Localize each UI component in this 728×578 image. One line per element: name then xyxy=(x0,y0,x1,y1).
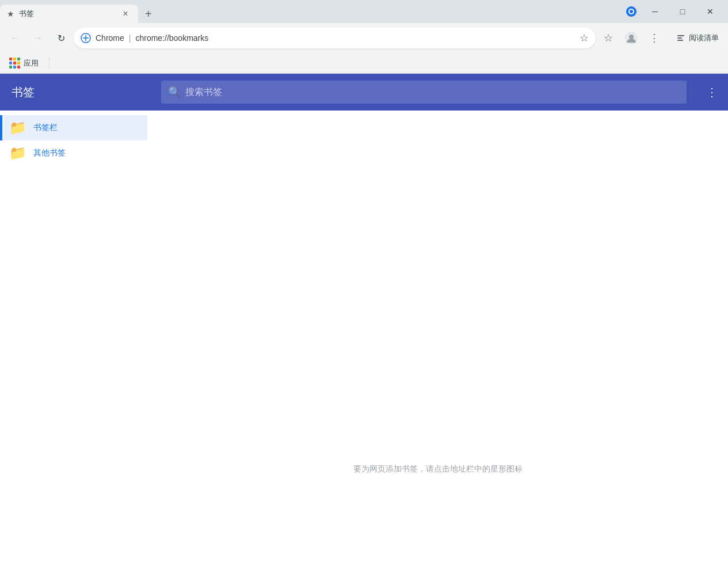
tab-star-icon: ★ xyxy=(7,9,14,18)
reader-mode-button[interactable]: 阅读清单 xyxy=(672,31,723,45)
back-button[interactable]: ← xyxy=(5,28,25,48)
bookmarks-bar: 应用 xyxy=(0,53,728,74)
apps-button[interactable]: 应用 xyxy=(5,55,43,71)
svg-point-5 xyxy=(629,35,634,39)
bookmark-manager: 书签 📁 书签栏 📁 其他书签 xyxy=(0,74,728,578)
close-button[interactable]: ✕ xyxy=(697,2,723,21)
svg-rect-7 xyxy=(677,37,682,39)
forward-button[interactable]: → xyxy=(28,28,48,48)
bm-top-search-bar: 🔍 搜索书签 ⋮ xyxy=(147,74,728,111)
svg-rect-8 xyxy=(677,40,683,41)
bm-left-panel: 书签 📁 书签栏 📁 其他书签 xyxy=(0,74,147,578)
folder-icon-bookmarks-bar: 📁 xyxy=(9,120,26,136)
navigation-toolbar: ← → ↻ Chrome | chrome://bookmarks ☆ ☆ ⋮ … xyxy=(0,23,728,53)
bm-main-content: 要为网页添加书签，请点击地址栏中的星形图标 xyxy=(147,111,728,578)
search-box[interactable]: 🔍 搜索书签 xyxy=(161,81,687,104)
folder-name-bookmarks-bar: 书签栏 xyxy=(33,123,58,133)
toolbar-actions: ☆ ⋮ xyxy=(598,28,665,48)
svg-point-2 xyxy=(630,10,633,13)
folder-item-bookmarks-bar[interactable]: 📁 书签栏 xyxy=(0,115,147,140)
apps-label: 应用 xyxy=(24,58,39,69)
active-tab[interactable]: ★ 书签 × xyxy=(0,5,138,23)
profile-button[interactable] xyxy=(621,28,642,48)
address-url: chrome://bookmarks xyxy=(135,33,575,43)
chrome-menu-button[interactable]: ⋮ xyxy=(644,28,665,48)
chrome-extension-icon[interactable] xyxy=(621,2,642,21)
bookmarks-bar-separator xyxy=(49,58,49,69)
bookmark-star-icon[interactable]: ☆ xyxy=(580,32,589,44)
minimize-button[interactable]: ─ xyxy=(642,2,668,21)
folder-item-other-bookmarks[interactable]: 📁 其他书签 xyxy=(0,140,147,166)
bm-page-title: 书签 xyxy=(12,85,35,100)
bm-header: 书签 xyxy=(0,74,147,111)
address-bar[interactable]: Chrome | chrome://bookmarks ☆ xyxy=(74,28,596,48)
folder-icon-other-bookmarks: 📁 xyxy=(9,145,26,161)
reload-button[interactable]: ↻ xyxy=(51,28,71,48)
site-info-icon[interactable] xyxy=(81,33,91,43)
address-separator: | xyxy=(129,33,131,43)
folder-list: 📁 书签栏 📁 其他书签 xyxy=(0,111,147,170)
bm-more-options-button[interactable]: ⋮ xyxy=(700,81,723,104)
bm-right-panel: 🔍 搜索书签 ⋮ 要为网页添加书签，请点击地址栏中的星形图标 xyxy=(147,74,728,578)
maximize-button[interactable]: □ xyxy=(669,2,696,21)
search-icon: 🔍 xyxy=(168,86,181,98)
folder-name-other-bookmarks: 其他书签 xyxy=(33,148,66,158)
apps-grid-icon xyxy=(9,58,20,69)
bookmark-icon[interactable]: ☆ xyxy=(598,28,619,48)
tab-close-button[interactable]: × xyxy=(120,8,131,20)
chrome-label: Chrome xyxy=(96,33,124,43)
titlebar: ★ 书签 × + ─ □ ✕ xyxy=(0,0,728,23)
titlebar-spacer xyxy=(159,5,621,23)
new-tab-button[interactable]: + xyxy=(138,5,159,23)
tab-title: 书签 xyxy=(19,9,115,19)
search-container: 🔍 搜索书签 xyxy=(147,81,700,104)
search-placeholder[interactable]: 搜索书签 xyxy=(185,86,680,98)
window-controls: ─ □ ✕ xyxy=(642,5,728,23)
folder-list-panel: 📁 书签栏 📁 其他书签 xyxy=(0,111,147,578)
reader-mode-label: 阅读清单 xyxy=(689,33,719,43)
empty-state-message: 要为网页添加书签，请点击地址栏中的星形图标 xyxy=(353,464,523,474)
svg-rect-6 xyxy=(677,35,684,36)
